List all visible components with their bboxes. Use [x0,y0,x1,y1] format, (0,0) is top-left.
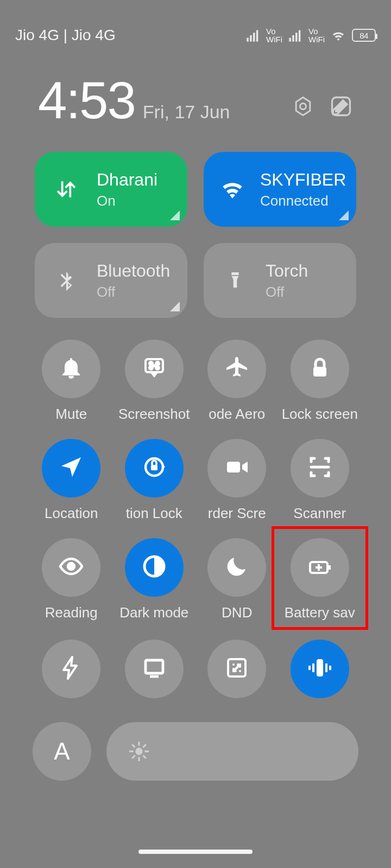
svg-rect-5 [292,35,294,42]
vowifi-label-2: VoWiFi [308,27,325,43]
battery-indicator: 84 [352,29,376,42]
svg-point-17 [156,362,159,365]
signal-icon-2 [288,28,303,43]
tile-sub: Connected [260,193,346,209]
tile-skyfiber[interactable]: SKYFIBERConnected [204,152,356,227]
toggle-label: Location [45,505,98,522]
svg-line-45 [143,756,146,758]
toggle-item-moon: DND [198,538,276,621]
eye-icon [58,553,84,582]
toggle-label: Mute [55,406,87,423]
lock-icon [307,355,333,383]
toggle-bell[interactable] [42,340,100,398]
bolt-icon [58,655,84,683]
tile-title: Bluetooth [97,260,170,281]
darkmode-icon [141,553,167,582]
toggle-label: Lock screen [282,406,358,423]
status-bar: Jio 4G | Jio 4G VoWiFi VoWiFi 84 [0,0,391,71]
wifi-icon [219,176,246,203]
svg-rect-6 [295,33,298,41]
toggle-cast[interactable] [125,640,184,698]
nav-indicator[interactable] [138,850,253,854]
toggle-darkmode[interactable] [125,538,184,597]
tile-sub: On [97,193,157,209]
toggle-item-lock: Lock screen [281,340,359,423]
svg-line-47 [143,745,146,747]
moon-icon [224,553,250,582]
svg-rect-37 [325,663,327,672]
toggle-video[interactable] [207,439,266,497]
svg-rect-3 [256,30,258,42]
svg-rect-2 [253,33,255,41]
toggle-moon[interactable] [207,538,266,597]
toggle-eye[interactable] [42,538,100,597]
bottom-item-window [198,640,276,698]
toggle-scanner[interactable] [291,439,349,497]
svg-point-9 [300,104,306,110]
toggle-lock[interactable] [291,340,349,398]
bottom-item-bolt [33,640,110,698]
location-icon [58,454,84,482]
toggle-item-airplane: ode Aero [198,340,276,423]
svg-rect-20 [313,367,326,376]
toggle-label: rder Scre [208,505,266,522]
carrier-label: Jio 4G | Jio 4G [15,27,116,44]
tile-torch[interactable]: TorchOff [204,243,356,318]
expand-indicator [339,210,349,220]
toggle-item-eye: Reading [33,538,110,621]
settings-icon[interactable] [291,94,315,120]
svg-rect-7 [299,30,301,42]
toggle-rotation[interactable] [125,439,184,497]
cast-icon [141,655,167,683]
toggle-battery-plus[interactable] [291,538,349,597]
svg-line-46 [133,756,135,758]
toggle-label: tion Lock [126,505,182,522]
svg-point-19 [156,366,159,369]
brightness-slider[interactable] [106,722,358,781]
svg-point-16 [149,362,153,365]
tile-bluetooth[interactable]: BluetoothOff [35,243,187,318]
tile-title: Dharani [97,169,157,190]
tile-sub: Off [97,284,170,301]
svg-rect-28 [329,565,331,570]
auto-brightness-button[interactable]: A [33,722,91,781]
clock-time: 4:53 [38,71,135,130]
tile-dharani[interactable]: DharaniOn [35,152,187,227]
svg-rect-23 [227,462,240,473]
toggle-vibrate[interactable] [291,640,349,698]
toggle-label: Battery sav [285,604,355,621]
toggle-screenshot[interactable] [125,340,184,398]
vowifi-label-1: VoWiFi [266,27,282,43]
svg-line-44 [133,745,135,747]
video-icon [224,454,250,482]
svg-point-25 [68,563,74,570]
tile-sub: Off [266,284,308,301]
bottom-item-vibrate [281,640,359,698]
expand-indicator [170,302,180,311]
clock-date: Fri, 17 Jun [143,101,230,130]
toggle-label: Screenshot [118,406,190,423]
toggle-window[interactable] [207,640,266,698]
toggle-bolt[interactable] [42,640,100,698]
rotation-icon [141,454,167,482]
svg-rect-36 [308,666,311,670]
toggle-item-bell: Mute [33,340,110,423]
window-icon [224,655,250,683]
edit-icon[interactable] [329,94,353,120]
wifi-status-icon [330,27,346,43]
svg-rect-31 [146,660,163,673]
svg-rect-4 [289,38,291,42]
toggle-item-location: Location [33,439,110,522]
expand-indicator [170,210,180,220]
svg-rect-38 [329,666,331,670]
status-icons: VoWiFi VoWiFi 84 [245,27,376,43]
toggle-item-scanner: Scanner [281,439,359,522]
toggle-location[interactable] [42,439,100,497]
toggle-airplane[interactable] [207,340,266,398]
toggle-item-rotation: tion Lock [116,439,193,522]
brightness-row: A [0,698,391,781]
signal-icon [245,28,261,43]
toggle-label: DND [222,604,252,621]
vibrate-icon [307,655,333,683]
toggle-label: Reading [45,604,98,621]
